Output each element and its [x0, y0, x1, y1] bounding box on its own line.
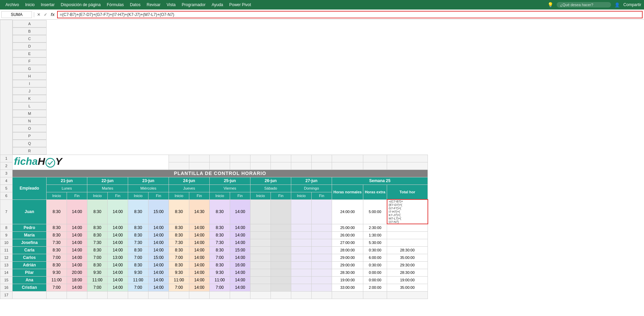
col-N[interactable]: N	[13, 117, 47, 125]
juan-thu-fin[interactable]: 14:30	[189, 199, 210, 224]
carla-horas-normales[interactable]: 28:00:00	[332, 246, 363, 254]
insert-function-button[interactable]: fx	[50, 12, 56, 17]
juan-tue-fin[interactable]: 14:00	[108, 199, 128, 224]
adrian-wed-inicio[interactable]: 8:30	[128, 261, 149, 269]
pilar-fri-inicio[interactable]: 9:30	[210, 269, 230, 276]
cristian-thu-inicio[interactable]: 7:00	[169, 284, 189, 291]
ana-mon-inicio[interactable]: 11:00	[47, 276, 67, 284]
carla-sun-fin[interactable]	[312, 246, 332, 254]
carlos-sun-inicio[interactable]	[291, 254, 312, 261]
pedro-mon-fin[interactable]: 14:00	[67, 224, 87, 231]
adrian-mon-inicio[interactable]: 8:30	[47, 261, 67, 269]
carla-wed-fin[interactable]: 14:00	[149, 246, 169, 254]
maria-fri-inicio[interactable]: 8:30	[210, 231, 230, 239]
col-H[interactable]: H	[13, 72, 47, 80]
carla-tue-fin[interactable]: 14:00	[108, 246, 128, 254]
col-J[interactable]: J	[13, 87, 47, 95]
col-K[interactable]: K	[13, 95, 47, 102]
menu-disposicion[interactable]: Disposición de página	[58, 2, 103, 8]
pedro-sat-inicio[interactable]	[250, 224, 271, 231]
adrian-sun-fin[interactable]	[312, 261, 332, 269]
adrian-thu-inicio[interactable]: 8:30	[169, 261, 189, 269]
col-A[interactable]: A	[13, 20, 47, 28]
adrian-horas-normales[interactable]: 29:00:00	[332, 261, 363, 269]
pedro-horas-normales[interactable]: 25:00:00	[332, 224, 363, 231]
carla-fri-inicio[interactable]: 8:30	[210, 246, 230, 254]
ana-thu-fin[interactable]: 14:00	[189, 276, 210, 284]
juan-mon-fin[interactable]: 14:00	[67, 199, 87, 224]
cristian-tue-fin[interactable]: 14:00	[108, 284, 128, 291]
carlos-mon-fin[interactable]: 14:00	[67, 254, 87, 261]
josefina-fri-fin[interactable]: 14:00	[230, 239, 250, 246]
carla-sun-inicio[interactable]	[291, 246, 312, 254]
maria-wed-inicio[interactable]: 8:30	[128, 231, 149, 239]
pedro-mon-inicio[interactable]: 8:30	[47, 224, 67, 231]
maria-wed-fin[interactable]: 14:00	[149, 231, 169, 239]
pilar-sat-fin[interactable]	[271, 269, 291, 276]
ana-total[interactable]: 19:00:00	[387, 276, 428, 284]
carla-sat-fin[interactable]	[271, 246, 291, 254]
carlos-sat-fin[interactable]	[271, 254, 291, 261]
menu-formulas[interactable]: Fórmulas	[104, 2, 126, 8]
adrian-wed-fin[interactable]: 14:00	[149, 261, 169, 269]
col-P[interactable]: P	[13, 132, 47, 140]
pilar-tue-inicio[interactable]: 9:30	[87, 269, 108, 276]
cristian-wed-fin[interactable]: 14:00	[149, 284, 169, 291]
pedro-sun-fin[interactable]	[312, 224, 332, 231]
maria-thu-inicio[interactable]: 8:30	[169, 231, 189, 239]
josefina-tue-fin[interactable]: 14:00	[108, 239, 128, 246]
juan-tue-inicio[interactable]: 8:30	[87, 199, 108, 224]
pedro-sun-inicio[interactable]	[291, 224, 312, 231]
menu-inicio[interactable]: Inicio	[22, 2, 37, 8]
pilar-total[interactable]: 28:30:00	[387, 269, 428, 276]
adrian-total[interactable]: 29:30:00	[387, 261, 428, 269]
juan-horas-normales[interactable]: 24:00:00	[332, 199, 363, 224]
juan-sat-fin[interactable]	[271, 199, 291, 224]
pilar-wed-fin[interactable]: 14:00	[149, 269, 169, 276]
ana-thu-inicio[interactable]: 11:00	[169, 276, 189, 284]
juan-fri-fin[interactable]: 14:00	[230, 199, 250, 224]
col-F[interactable]: F	[13, 57, 47, 65]
cristian-sat-inicio[interactable]	[250, 284, 271, 291]
ana-sat-fin[interactable]	[271, 276, 291, 284]
cristian-wed-inicio[interactable]: 7:00	[128, 284, 149, 291]
carlos-tue-fin[interactable]: 13:00	[108, 254, 128, 261]
col-Q[interactable]: Q	[13, 140, 47, 147]
juan-total[interactable]: =(C7-B7)+(E7-D7)+(G7-F7)+(I7-H7)+(K7-J7)…	[387, 199, 428, 224]
col-B[interactable]: B	[13, 28, 47, 35]
col-G[interactable]: G	[13, 65, 47, 72]
carla-total[interactable]: 28:30:00	[387, 246, 428, 254]
maria-fri-fin[interactable]: 14:00	[230, 231, 250, 239]
cristian-total[interactable]: 35:00:00	[387, 284, 428, 291]
josefina-fri-inicio[interactable]: 7:30	[210, 239, 230, 246]
juan-sun-inicio[interactable]	[291, 199, 312, 224]
help-input[interactable]	[557, 2, 611, 7]
maria-sun-fin[interactable]	[312, 231, 332, 239]
cristian-sun-fin[interactable]	[312, 284, 332, 291]
juan-sun-fin[interactable]	[312, 199, 332, 224]
pilar-mon-fin[interactable]: 20:00	[67, 269, 87, 276]
maria-horas-extra[interactable]: 1:30:00	[363, 231, 387, 239]
share-button[interactable]: Compartir	[623, 2, 641, 7]
carlos-thu-fin[interactable]: 14:00	[189, 254, 210, 261]
col-E[interactable]: E	[13, 50, 47, 57]
carlos-total[interactable]: 35:00:00	[387, 254, 428, 261]
menu-revisar[interactable]: Revisar	[144, 2, 163, 8]
adrian-sat-fin[interactable]	[271, 261, 291, 269]
maria-sat-inicio[interactable]	[250, 231, 271, 239]
pilar-fri-fin[interactable]: 14:00	[230, 269, 250, 276]
pedro-fri-fin[interactable]: 14:00	[230, 224, 250, 231]
pilar-horas-normales[interactable]: 28:30:00	[332, 269, 363, 276]
carla-mon-fin[interactable]: 14:00	[67, 246, 87, 254]
ana-horas-extra[interactable]: 0:00:00	[363, 276, 387, 284]
josefina-horas-normales[interactable]: 27:00:00	[332, 239, 363, 246]
maria-mon-inicio[interactable]: 8:30	[47, 231, 67, 239]
juan-wed-fin[interactable]: 15:00	[149, 199, 169, 224]
juan-sat-inicio[interactable]	[250, 199, 271, 224]
ana-fri-inicio[interactable]: 11:00	[210, 276, 230, 284]
ana-sun-inicio[interactable]	[291, 276, 312, 284]
adrian-fri-inicio[interactable]: 8:30	[210, 261, 230, 269]
col-D[interactable]: D	[13, 42, 47, 50]
ana-wed-inicio[interactable]: 11:00	[128, 276, 149, 284]
pedro-wed-fin[interactable]: 14:00	[149, 224, 169, 231]
